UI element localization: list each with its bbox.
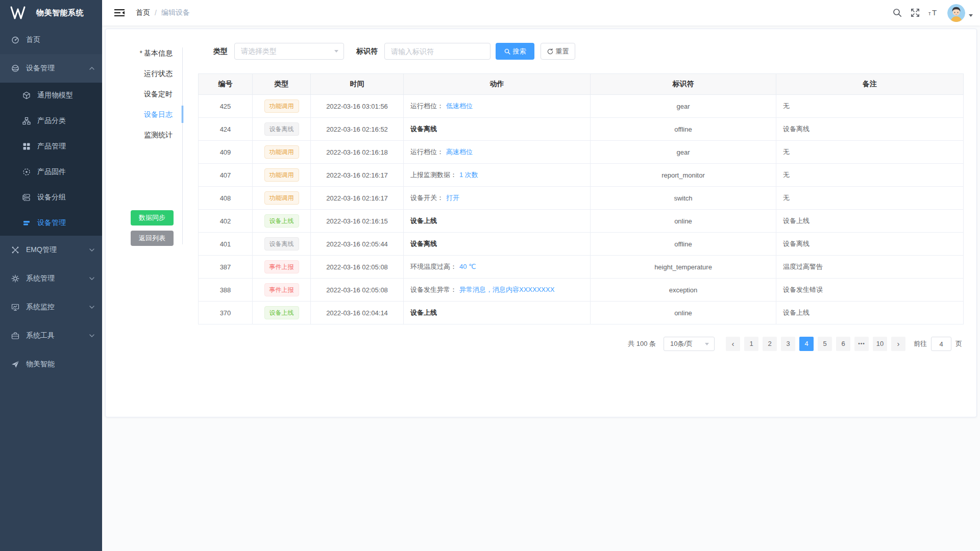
cell-remark: 无 xyxy=(776,187,964,210)
type-select-placeholder: 请选择类型 xyxy=(241,47,277,56)
page-button-6[interactable]: 6 xyxy=(836,337,850,351)
tab-monitor-stats[interactable]: 监测统计 xyxy=(106,124,182,145)
cell-identifier: online xyxy=(591,302,776,324)
app-root: 物美智能系统 首页 设备管理 xyxy=(0,0,980,551)
search-icon[interactable] xyxy=(893,8,902,17)
content-area: *基本信息 运行状态 设备定时 设备日志 监测统计 数据同步 返回列表 类型 请… xyxy=(102,26,980,551)
page-button-10[interactable]: 10 xyxy=(873,337,887,351)
table-row: 387 事件上报 2022-03-16 02:05:08 环境温度过高：40 ℃… xyxy=(199,256,964,279)
action-link[interactable]: 40 ℃ xyxy=(459,263,476,270)
tab-run-status[interactable]: 运行状态 xyxy=(106,63,182,84)
caret-down-icon xyxy=(969,14,973,17)
identifier-input[interactable] xyxy=(384,43,491,60)
sidebar-item-home[interactable]: 首页 xyxy=(0,26,102,54)
data-sync-button[interactable]: 数据同步 xyxy=(131,210,174,226)
sidebar-item-system-tools[interactable]: 系统工具 xyxy=(0,321,102,350)
cell-time: 2022-03-16 02:05:08 xyxy=(311,256,404,279)
type-tag: 设备离线 xyxy=(264,237,299,251)
page-button-3[interactable]: 3 xyxy=(781,337,795,351)
tab-device-log[interactable]: 设备日志 xyxy=(106,104,182,124)
search-icon xyxy=(504,48,510,55)
emq-icon xyxy=(11,246,20,254)
page-size-select[interactable]: 10条/页 xyxy=(664,337,715,351)
tab-label: 设备定时 xyxy=(144,90,173,98)
sidebar-item-label: 系统工具 xyxy=(26,331,55,340)
cell-id: 408 xyxy=(199,187,253,210)
table-row: 425 功能调用 2022-03-16 03:01:56 运行档位：低速档位 g… xyxy=(199,95,964,118)
sidebar-toggle-icon[interactable] xyxy=(114,9,125,17)
table-row: 424 设备离线 2022-03-16 02:16:52 设备离线 offlin… xyxy=(199,118,964,141)
action-link[interactable]: 高速档位 xyxy=(446,148,473,156)
next-page-button[interactable]: › xyxy=(891,337,905,351)
sidebar-item-product-firmware[interactable]: 产品固件 xyxy=(0,159,102,185)
device-tabs: *基本信息 运行状态 设备定时 设备日志 监测统计 xyxy=(106,43,182,145)
page-button-2[interactable]: 2 xyxy=(763,337,777,351)
cell-remark: 设备上线 xyxy=(776,210,964,233)
device-icon xyxy=(11,64,20,72)
action-link[interactable]: 打开 xyxy=(446,194,459,202)
cell-time: 2022-03-16 02:05:44 xyxy=(311,233,404,256)
cell-time: 2022-03-16 02:04:14 xyxy=(311,302,404,324)
sidebar-item-system-monitor[interactable]: 系统监控 xyxy=(0,293,102,321)
sidebar-item-label: 通用物模型 xyxy=(37,91,73,100)
page-button-1[interactable]: 1 xyxy=(744,337,758,351)
tab-device-timer[interactable]: 设备定时 xyxy=(106,84,182,104)
action-link[interactable]: 1 次数 xyxy=(459,171,478,179)
reset-button[interactable]: 重置 xyxy=(541,43,575,60)
page-unit-label: 页 xyxy=(955,339,962,348)
sidebar-item-product-category[interactable]: 产品分类 xyxy=(0,108,102,134)
action-label: 上报监测数据： xyxy=(410,171,457,179)
action-link[interactable]: 异常消息，消息内容XXXXXXXX xyxy=(459,286,554,293)
chevron-up-icon xyxy=(89,66,95,70)
sidebar-item-product-management[interactable]: 产品管理 xyxy=(0,134,102,159)
sidebar-item-wumei[interactable]: 物美智能 xyxy=(0,350,102,379)
sidebar-item-device-management[interactable]: 设备管理 xyxy=(0,54,102,83)
font-size-icon[interactable]: тT xyxy=(928,8,939,17)
breadcrumb-separator: / xyxy=(155,9,157,17)
sidebar-item-emq[interactable]: EMQ管理 xyxy=(0,236,102,264)
action-link[interactable]: 低速档位 xyxy=(446,102,473,110)
action-label: 运行档位： xyxy=(410,148,444,156)
page-button-4-active[interactable]: 4 xyxy=(799,337,814,351)
goto-label: 前往 xyxy=(914,339,927,348)
chevron-down-icon xyxy=(334,50,338,53)
action-label: 环境温度过高： xyxy=(410,263,457,270)
group-icon xyxy=(22,193,32,202)
cell-id: 424 xyxy=(199,118,253,141)
tab-basic-info[interactable]: *基本信息 xyxy=(106,43,182,63)
cell-remark: 无 xyxy=(776,95,964,118)
type-tag: 设备上线 xyxy=(264,214,299,228)
category-icon xyxy=(22,117,32,125)
action-label: 运行档位： xyxy=(410,102,444,110)
monitor-icon xyxy=(11,303,20,311)
logo[interactable]: 物美智能系统 xyxy=(0,0,102,26)
cell-identifier: gear xyxy=(591,141,776,164)
navbar-actions: тT xyxy=(893,4,973,22)
prev-page-button[interactable]: ‹ xyxy=(726,337,740,351)
cell-time: 2022-03-16 02:16:17 xyxy=(311,187,404,210)
breadcrumb-home[interactable]: 首页 xyxy=(136,8,150,17)
avatar[interactable] xyxy=(947,4,965,22)
sidebar-item-device-list[interactable]: 设备管理 xyxy=(0,210,102,236)
fullscreen-icon[interactable] xyxy=(911,8,920,17)
back-to-list-button[interactable]: 返回列表 xyxy=(131,231,174,246)
page-size-value: 10条/页 xyxy=(670,339,693,348)
cell-time: 2022-03-16 03:01:56 xyxy=(311,95,404,118)
sidebar-menu: 首页 设备管理 通用物模型 xyxy=(0,26,102,379)
pages-ellipsis[interactable]: ••• xyxy=(854,337,869,351)
cell-identifier: report_monitor xyxy=(591,164,776,187)
user-menu[interactable] xyxy=(947,4,973,22)
goto-page-input[interactable] xyxy=(931,337,951,351)
cell-remark: 设备发生错误 xyxy=(776,279,964,302)
action-label: 设备离线 xyxy=(410,240,437,247)
sidebar-item-thing-model[interactable]: 通用物模型 xyxy=(0,83,102,108)
sidebar-item-system-management[interactable]: 系统管理 xyxy=(0,264,102,293)
type-select[interactable]: 请选择类型 xyxy=(234,43,344,60)
gear-icon xyxy=(11,274,20,283)
breadcrumb-current: 编辑设备 xyxy=(161,8,190,17)
sidebar-item-device-group[interactable]: 设备分组 xyxy=(0,185,102,210)
search-button[interactable]: 搜索 xyxy=(496,43,534,60)
page-button-5[interactable]: 5 xyxy=(818,337,832,351)
chevron-down-icon xyxy=(89,334,95,338)
cell-time: 2022-03-16 02:16:18 xyxy=(311,141,404,164)
